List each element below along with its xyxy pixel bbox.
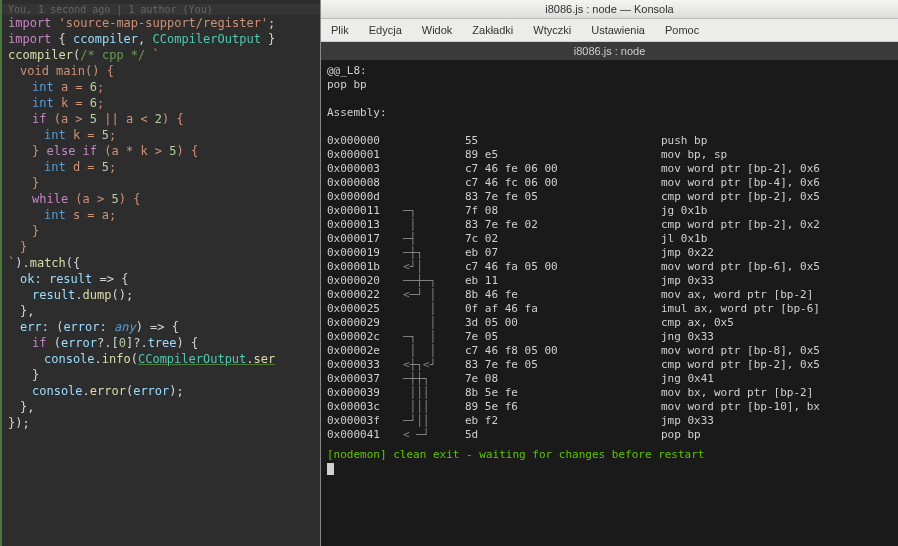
asm-row: 0x000020──┼─┐eb 11jmp 0x33: [327, 274, 892, 288]
asm-row: 0x000019─┼┐eb 07jmp 0x22: [327, 246, 892, 260]
code-line[interactable]: }: [2, 223, 320, 239]
terminal-line: [327, 92, 892, 106]
code-line[interactable]: if (error?.[0]?.tree) {: [2, 335, 320, 351]
git-blame-annotation: You, 1 second ago | 1 author (You): [2, 4, 320, 15]
code-line[interactable]: }: [2, 367, 320, 383]
code-line[interactable]: import { ccompiler, CCompilerOutput }: [2, 31, 320, 47]
code-line[interactable]: });: [2, 415, 320, 431]
asm-row: 0x00002c─┐ │7e 05jng 0x33: [327, 330, 892, 344]
code-line[interactable]: int k = 5;: [2, 127, 320, 143]
code-line[interactable]: `).match({: [2, 255, 320, 271]
code-line[interactable]: ccompiler(/* cpp */ `: [2, 47, 320, 63]
asm-row: 0x000003c7 46 fe 06 00mov word ptr [bp-2…: [327, 162, 892, 176]
code-line[interactable]: console.info(CCompilerOutput.ser: [2, 351, 320, 367]
asm-row: 0x000022<─┘ │8b 46 femov ax, word ptr [b…: [327, 288, 892, 302]
code-line[interactable]: },: [2, 399, 320, 415]
code-line[interactable]: ok: result => {: [2, 271, 320, 287]
menu-item-ustawienia[interactable]: Ustawienia: [581, 21, 655, 39]
code-line[interactable]: },: [2, 303, 320, 319]
asm-row: 0x000017─┤7c 02jl 0x1b: [327, 232, 892, 246]
terminal-tab[interactable]: i8086.js : node: [321, 42, 898, 60]
asm-row: 0x000011─┐7f 08jg 0x1b: [327, 204, 892, 218]
code-line[interactable]: }: [2, 239, 320, 255]
asm-row: 0x000013 │83 7e fe 02cmp word ptr [bp-2]…: [327, 218, 892, 232]
code-line[interactable]: int k = 6;: [2, 95, 320, 111]
code-line[interactable]: console.error(error);: [2, 383, 320, 399]
asm-row: 0x000008c7 46 fc 06 00mov word ptr [bp-4…: [327, 176, 892, 190]
code-line[interactable]: while (a > 5) {: [2, 191, 320, 207]
asm-row: 0x000025 │0f af 46 faimul ax, word ptr […: [327, 302, 892, 316]
terminal-window: i8086.js : node — Konsola PlikEdycjaWido…: [320, 0, 898, 546]
code-line[interactable]: int a = 6;: [2, 79, 320, 95]
terminal-line: Assembly:: [327, 106, 892, 120]
asm-row: 0x00001b<┘│c7 46 fa 05 00mov word ptr [b…: [327, 260, 892, 274]
menu-item-wtyczki[interactable]: Wtyczki: [523, 21, 581, 39]
asm-row: 0x00000d83 7e fe 05cmp word ptr [bp-2], …: [327, 190, 892, 204]
code-line[interactable]: err: (error: any) => {: [2, 319, 320, 335]
terminal-line: pop bp: [327, 78, 892, 92]
code-editor[interactable]: You, 1 second ago | 1 author (You) impor…: [0, 0, 320, 546]
terminal-cursor: [327, 463, 334, 475]
menu-item-plik[interactable]: Plik: [321, 21, 359, 39]
menu-item-edycja[interactable]: Edycja: [359, 21, 412, 39]
asm-row: 0x000033<┼┐<┘83 7e fe 05cmp word ptr [bp…: [327, 358, 892, 372]
menu-item-pomoc[interactable]: Pomoc: [655, 21, 709, 39]
code-body[interactable]: import 'source-map-support/register';imp…: [2, 15, 320, 431]
code-line[interactable]: result.dump();: [2, 287, 320, 303]
asm-row: 0x000037─┼┼┐7e 08jng 0x41: [327, 372, 892, 386]
menubar[interactable]: PlikEdycjaWidokZakładkiWtyczkiUstawienia…: [321, 19, 898, 42]
menu-item-zakładki[interactable]: Zakładki: [462, 21, 523, 39]
window-titlebar[interactable]: i8086.js : node — Konsola: [321, 0, 898, 19]
code-line[interactable]: import 'source-map-support/register';: [2, 15, 320, 31]
asm-row: 0x00000189 e5mov bp, sp: [327, 148, 892, 162]
code-line[interactable]: int s = a;: [2, 207, 320, 223]
terminal-output[interactable]: @@_L8:pop bp Assembly: 0x00000055push bp…: [321, 60, 898, 546]
asm-row: 0x000029 │3d 05 00cmp ax, 0x5: [327, 316, 892, 330]
asm-row: 0x00003f─┘││eb f2jmp 0x33: [327, 414, 892, 428]
terminal-line: @@_L8:: [327, 64, 892, 78]
code-line[interactable]: int d = 5;: [2, 159, 320, 175]
code-line[interactable]: }: [2, 175, 320, 191]
menu-item-widok[interactable]: Widok: [412, 21, 463, 39]
code-line[interactable]: } else if (a * k > 5) {: [2, 143, 320, 159]
nodemon-status: [nodemon] clean exit - waiting for chang…: [327, 448, 892, 462]
asm-row: 0x00003c │││89 5e f6mov word ptr [bp-10]…: [327, 400, 892, 414]
asm-row: 0x000039 │││8b 5e femov bx, word ptr [bp…: [327, 386, 892, 400]
asm-row: 0x000041< ─┘5dpop bp: [327, 428, 892, 442]
code-line[interactable]: if (a > 5 || a < 2) {: [2, 111, 320, 127]
asm-row: 0x00002e │ │c7 46 f8 05 00mov word ptr […: [327, 344, 892, 358]
terminal-line: [327, 120, 892, 134]
asm-row: 0x00000055push bp: [327, 134, 892, 148]
code-line[interactable]: void main() {: [2, 63, 320, 79]
